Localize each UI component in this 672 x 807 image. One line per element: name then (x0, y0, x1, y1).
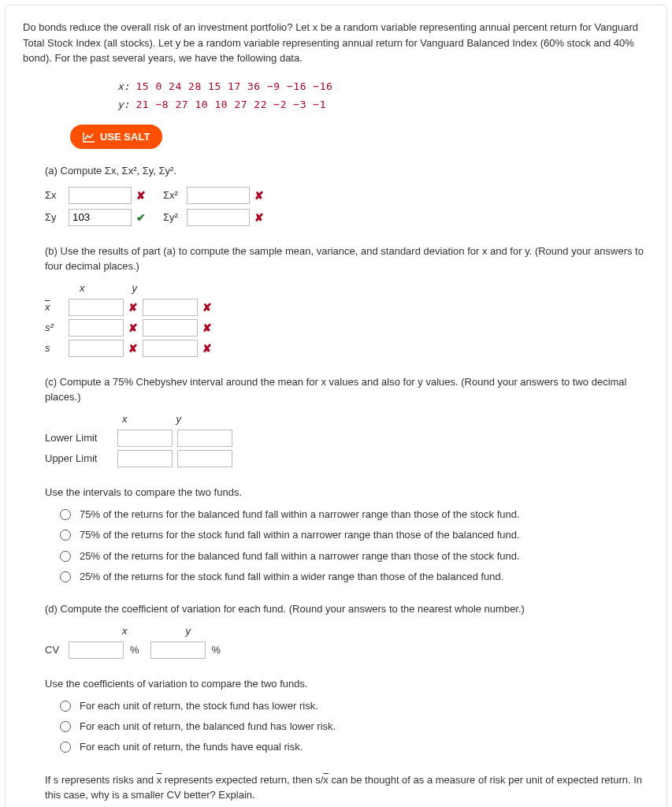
data-table: x: 15 0 24 28 15 17 36 −9 −16 −16 y: 21 … (117, 77, 649, 114)
wrong-icon: ✘ (202, 301, 212, 314)
interval-option-2[interactable]: 25% of the returns for the balanced fund… (56, 549, 649, 563)
interval-option-1[interactable]: 75% of the returns for the stock fund fa… (56, 528, 649, 542)
correct-icon: ✔ (136, 211, 146, 224)
option-text: 75% of the returns for the stock fund fa… (80, 528, 520, 542)
option-text: For each unit of return, the funds have … (80, 740, 303, 754)
col-y: y (176, 413, 182, 425)
sigma-y-input[interactable] (69, 209, 132, 226)
percent-label: % (130, 644, 139, 656)
radio-input[interactable] (60, 742, 71, 753)
wrong-icon: ✘ (128, 301, 138, 314)
upper-x-input[interactable] (117, 450, 173, 467)
compare-intervals-prompt: Use the intervals to compare the two fun… (45, 485, 649, 500)
option-text: 25% of the returns for the balanced fund… (80, 549, 520, 563)
x-row-values: 15 0 24 28 15 17 36 −9 −16 −16 (136, 80, 332, 92)
sigma-x-label: Σx (45, 189, 64, 201)
wrong-icon: ✘ (136, 189, 146, 202)
part-b-prompt: (b) Use the results of part (a) to compu… (45, 244, 649, 274)
cv-x-input[interactable] (69, 642, 124, 659)
sigma-x-input[interactable] (69, 187, 132, 204)
explain-cv: If s represents risks and x represents e… (23, 772, 649, 807)
use-salt-button[interactable]: USE SALT (70, 125, 162, 149)
compare-intervals: Use the intervals to compare the two fun… (23, 485, 649, 584)
sd-y-input[interactable] (143, 340, 198, 357)
sigma-x2-input[interactable] (187, 187, 250, 204)
percent-label: % (212, 644, 221, 656)
option-text: 25% of the returns for the stock fund fa… (80, 570, 503, 584)
col-x: x (80, 282, 85, 294)
upper-y-input[interactable] (177, 450, 232, 467)
sigma-y2-input[interactable] (187, 209, 250, 226)
sigma-y2-label: Σy² (163, 211, 182, 223)
part-a: (a) Compute Σx, Σx², Σy, Σy². Σx ✘ Σx² ✘… (23, 163, 649, 226)
sigma-x2-label: Σx² (163, 189, 182, 201)
chart-icon (83, 132, 95, 143)
row-var-label: s² (45, 322, 64, 333)
wrong-icon: ✘ (128, 322, 138, 334)
radio-input[interactable] (60, 721, 71, 732)
option-text: For each unit of return, the stock fund … (80, 699, 318, 713)
option-text: 75% of the returns for the balanced fund… (80, 508, 520, 522)
intro-text: Do bonds reduce the overall risk of an i… (23, 20, 649, 66)
wrong-icon: ✘ (254, 211, 264, 224)
part-b: (b) Use the results of part (a) to compu… (23, 244, 649, 357)
x-row-label: x: (117, 80, 130, 92)
wrong-icon: ✘ (202, 342, 212, 355)
compare-cv-prompt: Use the coefficients of variation to com… (45, 676, 649, 692)
y-row-label: y: (117, 99, 130, 110)
row-sd-label: s (45, 342, 64, 354)
y-row-values: 21 −8 27 10 10 27 22 −2 −3 −1 (136, 99, 325, 110)
part-c: (c) Compute a 75% Chebyshev interval aro… (23, 374, 649, 467)
radio-input[interactable] (60, 551, 71, 562)
part-d: (d) Compute the coefficient of variation… (23, 601, 649, 659)
part-a-prompt: (a) Compute Σx, Σx², Σy, Σy². (45, 163, 649, 179)
part-d-prompt: (d) Compute the coefficient of variation… (45, 601, 649, 617)
sigma-y-label: Σy (45, 211, 64, 223)
lower-limit-label: Lower Limit (45, 432, 113, 444)
compare-cv: Use the coefficients of variation to com… (23, 676, 649, 755)
col-y: y (132, 282, 138, 294)
col-x: x (122, 413, 128, 425)
cv-y-input[interactable] (150, 642, 206, 659)
var-x-input[interactable] (69, 319, 124, 337)
col-y: y (186, 625, 191, 637)
question-card: Do bonds reduce the overall risk of an i… (5, 5, 667, 807)
col-x: x (122, 625, 128, 637)
lower-y-input[interactable] (177, 430, 232, 447)
var-y-input[interactable] (143, 319, 198, 337)
radio-input[interactable] (60, 571, 71, 582)
part-c-prompt: (c) Compute a 75% Chebyshev interval aro… (45, 374, 649, 405)
use-salt-label: USE SALT (100, 131, 150, 143)
sd-x-input[interactable] (69, 340, 124, 357)
interval-option-0[interactable]: 75% of the returns for the balanced fund… (56, 508, 649, 522)
cv-option-2[interactable]: For each unit of return, the funds have … (56, 740, 649, 754)
upper-limit-label: Upper Limit (45, 452, 113, 464)
cv-label: CV (45, 644, 64, 656)
option-text: For each unit of return, the balanced fu… (80, 720, 336, 734)
radio-input[interactable] (60, 509, 71, 520)
explain-cv-prompt: If s represents risks and x represents e… (45, 772, 649, 803)
radio-input[interactable] (60, 701, 71, 712)
row-mean-label: x (45, 301, 64, 313)
interval-option-3[interactable]: 25% of the returns for the stock fund fa… (56, 570, 649, 584)
cv-option-0[interactable]: For each unit of return, the stock fund … (56, 699, 649, 713)
wrong-icon: ✘ (254, 189, 264, 202)
radio-input[interactable] (60, 530, 71, 541)
mean-y-input[interactable] (143, 299, 198, 316)
lower-x-input[interactable] (117, 430, 173, 447)
wrong-icon: ✘ (202, 322, 212, 334)
wrong-icon: ✘ (128, 342, 138, 355)
cv-option-1[interactable]: For each unit of return, the balanced fu… (56, 720, 649, 734)
mean-x-input[interactable] (69, 299, 124, 316)
